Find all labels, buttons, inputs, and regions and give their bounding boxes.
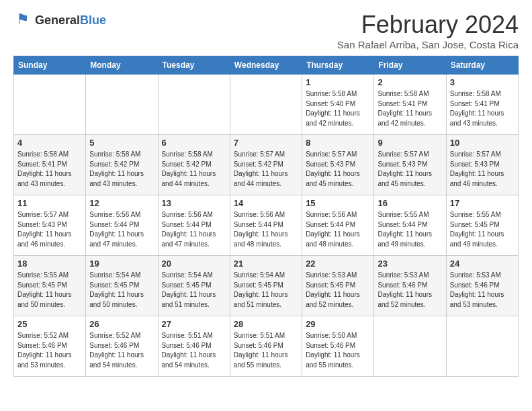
day-number: 22 bbox=[306, 259, 370, 269]
logo-general: General bbox=[35, 13, 80, 27]
page-header: ⚑ GeneralBlue February 2024 San Rafael A… bbox=[13, 11, 519, 50]
calendar-cell bbox=[86, 75, 158, 135]
day-info: Sunrise: 5:52 AM Sunset: 5:46 PM Dayligh… bbox=[17, 331, 82, 370]
calendar-week-row: 18Sunrise: 5:55 AM Sunset: 5:45 PM Dayli… bbox=[14, 256, 519, 316]
day-info: Sunrise: 5:56 AM Sunset: 5:44 PM Dayligh… bbox=[162, 210, 226, 249]
day-info: Sunrise: 5:57 AM Sunset: 5:43 PM Dayligh… bbox=[450, 150, 515, 189]
day-number: 5 bbox=[89, 138, 154, 148]
day-info: Sunrise: 5:57 AM Sunset: 5:43 PM Dayligh… bbox=[306, 150, 370, 189]
day-number: 11 bbox=[17, 198, 82, 208]
day-of-week-header: Monday bbox=[86, 56, 158, 75]
day-info: Sunrise: 5:51 AM Sunset: 5:46 PM Dayligh… bbox=[162, 331, 226, 370]
calendar-cell: 25Sunrise: 5:52 AM Sunset: 5:46 PM Dayli… bbox=[14, 316, 86, 377]
day-number: 13 bbox=[162, 198, 226, 208]
calendar-cell: 29Sunrise: 5:50 AM Sunset: 5:46 PM Dayli… bbox=[302, 316, 374, 377]
day-number: 3 bbox=[450, 77, 515, 87]
calendar-cell: 8Sunrise: 5:57 AM Sunset: 5:43 PM Daylig… bbox=[302, 135, 374, 195]
calendar-cell: 24Sunrise: 5:53 AM Sunset: 5:46 PM Dayli… bbox=[446, 256, 518, 316]
day-info: Sunrise: 5:58 AM Sunset: 5:41 PM Dayligh… bbox=[17, 150, 82, 189]
calendar-cell: 20Sunrise: 5:54 AM Sunset: 5:45 PM Dayli… bbox=[158, 256, 230, 316]
calendar-cell: 16Sunrise: 5:55 AM Sunset: 5:44 PM Dayli… bbox=[374, 195, 446, 256]
day-info: Sunrise: 5:54 AM Sunset: 5:45 PM Dayligh… bbox=[89, 271, 154, 310]
calendar-table: SundayMondayTuesdayWednesdayThursdayFrid… bbox=[13, 56, 519, 377]
svg-text:⚑: ⚑ bbox=[16, 11, 30, 28]
day-info: Sunrise: 5:57 AM Sunset: 5:43 PM Dayligh… bbox=[17, 210, 82, 249]
calendar-cell: 13Sunrise: 5:56 AM Sunset: 5:44 PM Dayli… bbox=[158, 195, 230, 256]
day-info: Sunrise: 5:56 AM Sunset: 5:44 PM Dayligh… bbox=[89, 210, 154, 249]
day-info: Sunrise: 5:58 AM Sunset: 5:41 PM Dayligh… bbox=[378, 89, 442, 128]
day-number: 23 bbox=[378, 259, 442, 269]
day-number: 10 bbox=[450, 138, 515, 148]
day-of-week-header: Wednesday bbox=[230, 56, 302, 75]
calendar-cell: 7Sunrise: 5:57 AM Sunset: 5:42 PM Daylig… bbox=[230, 135, 302, 195]
day-info: Sunrise: 5:52 AM Sunset: 5:46 PM Dayligh… bbox=[89, 331, 154, 370]
calendar-cell: 19Sunrise: 5:54 AM Sunset: 5:45 PM Dayli… bbox=[86, 256, 158, 316]
day-info: Sunrise: 5:56 AM Sunset: 5:44 PM Dayligh… bbox=[234, 210, 298, 249]
calendar-title: February 2024 bbox=[337, 11, 519, 39]
title-area: February 2024 San Rafael Arriba, San Jos… bbox=[337, 11, 519, 50]
day-info: Sunrise: 5:50 AM Sunset: 5:46 PM Dayligh… bbox=[306, 331, 370, 370]
day-number: 8 bbox=[306, 138, 370, 148]
day-info: Sunrise: 5:54 AM Sunset: 5:45 PM Dayligh… bbox=[234, 271, 298, 310]
calendar-cell bbox=[374, 316, 446, 377]
day-info: Sunrise: 5:51 AM Sunset: 5:46 PM Dayligh… bbox=[234, 331, 298, 370]
day-info: Sunrise: 5:53 AM Sunset: 5:46 PM Dayligh… bbox=[378, 271, 442, 310]
day-number: 17 bbox=[450, 198, 515, 208]
day-info: Sunrise: 5:56 AM Sunset: 5:44 PM Dayligh… bbox=[306, 210, 370, 249]
calendar-cell: 10Sunrise: 5:57 AM Sunset: 5:43 PM Dayli… bbox=[446, 135, 518, 195]
day-number: 9 bbox=[378, 138, 442, 148]
day-number: 14 bbox=[234, 198, 298, 208]
calendar-cell: 4Sunrise: 5:58 AM Sunset: 5:41 PM Daylig… bbox=[14, 135, 86, 195]
day-number: 21 bbox=[234, 259, 298, 269]
calendar-cell: 23Sunrise: 5:53 AM Sunset: 5:46 PM Dayli… bbox=[374, 256, 446, 316]
calendar-week-row: 11Sunrise: 5:57 AM Sunset: 5:43 PM Dayli… bbox=[14, 195, 519, 256]
day-number: 12 bbox=[89, 198, 154, 208]
logo: ⚑ GeneralBlue bbox=[13, 11, 106, 30]
calendar-cell: 3Sunrise: 5:58 AM Sunset: 5:41 PM Daylig… bbox=[446, 75, 518, 135]
calendar-cell bbox=[230, 75, 302, 135]
calendar-cell: 21Sunrise: 5:54 AM Sunset: 5:45 PM Dayli… bbox=[230, 256, 302, 316]
calendar-cell: 15Sunrise: 5:56 AM Sunset: 5:44 PM Dayli… bbox=[302, 195, 374, 256]
day-number: 4 bbox=[17, 138, 82, 148]
calendar-cell: 11Sunrise: 5:57 AM Sunset: 5:43 PM Dayli… bbox=[14, 195, 86, 256]
calendar-cell: 12Sunrise: 5:56 AM Sunset: 5:44 PM Dayli… bbox=[86, 195, 158, 256]
days-header-row: SundayMondayTuesdayWednesdayThursdayFrid… bbox=[14, 56, 519, 75]
day-number: 24 bbox=[450, 259, 515, 269]
calendar-cell: 27Sunrise: 5:51 AM Sunset: 5:46 PM Dayli… bbox=[158, 316, 230, 377]
day-number: 15 bbox=[306, 198, 370, 208]
calendar-week-row: 1Sunrise: 5:58 AM Sunset: 5:40 PM Daylig… bbox=[14, 75, 519, 135]
day-info: Sunrise: 5:58 AM Sunset: 5:40 PM Dayligh… bbox=[306, 89, 370, 128]
calendar-cell: 1Sunrise: 5:58 AM Sunset: 5:40 PM Daylig… bbox=[302, 75, 374, 135]
calendar-cell: 5Sunrise: 5:58 AM Sunset: 5:42 PM Daylig… bbox=[86, 135, 158, 195]
calendar-cell: 26Sunrise: 5:52 AM Sunset: 5:46 PM Dayli… bbox=[86, 316, 158, 377]
day-number: 6 bbox=[162, 138, 226, 148]
day-info: Sunrise: 5:58 AM Sunset: 5:41 PM Dayligh… bbox=[450, 89, 515, 128]
day-number: 2 bbox=[378, 77, 442, 87]
calendar-week-row: 4Sunrise: 5:58 AM Sunset: 5:41 PM Daylig… bbox=[14, 135, 519, 195]
logo-blue: Blue bbox=[80, 13, 106, 27]
calendar-subtitle: San Rafael Arriba, San Jose, Costa Rica bbox=[337, 39, 519, 50]
day-number: 18 bbox=[17, 259, 82, 269]
calendar-cell bbox=[158, 75, 230, 135]
day-of-week-header: Tuesday bbox=[158, 56, 230, 75]
day-number: 26 bbox=[89, 319, 154, 329]
day-info: Sunrise: 5:53 AM Sunset: 5:46 PM Dayligh… bbox=[450, 271, 515, 310]
day-number: 20 bbox=[162, 259, 226, 269]
day-of-week-header: Friday bbox=[374, 56, 446, 75]
day-number: 16 bbox=[378, 198, 442, 208]
calendar-cell bbox=[14, 75, 86, 135]
calendar-week-row: 25Sunrise: 5:52 AM Sunset: 5:46 PM Dayli… bbox=[14, 316, 519, 377]
day-of-week-header: Thursday bbox=[302, 56, 374, 75]
day-number: 25 bbox=[17, 319, 82, 329]
calendar-cell: 14Sunrise: 5:56 AM Sunset: 5:44 PM Dayli… bbox=[230, 195, 302, 256]
day-number: 7 bbox=[234, 138, 298, 148]
calendar-cell: 2Sunrise: 5:58 AM Sunset: 5:41 PM Daylig… bbox=[374, 75, 446, 135]
calendar-cell: 18Sunrise: 5:55 AM Sunset: 5:45 PM Dayli… bbox=[14, 256, 86, 316]
calendar-cell: 28Sunrise: 5:51 AM Sunset: 5:46 PM Dayli… bbox=[230, 316, 302, 377]
calendar-cell: 6Sunrise: 5:58 AM Sunset: 5:42 PM Daylig… bbox=[158, 135, 230, 195]
calendar-cell: 22Sunrise: 5:53 AM Sunset: 5:45 PM Dayli… bbox=[302, 256, 374, 316]
calendar-cell bbox=[446, 316, 518, 377]
day-info: Sunrise: 5:58 AM Sunset: 5:42 PM Dayligh… bbox=[89, 150, 154, 189]
day-number: 27 bbox=[162, 319, 226, 329]
day-number: 28 bbox=[234, 319, 298, 329]
